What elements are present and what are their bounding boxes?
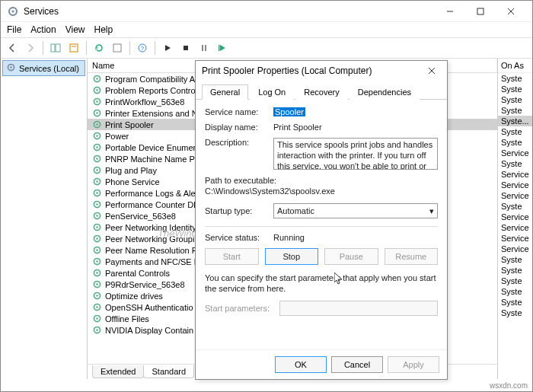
export-button[interactable] — [109, 40, 126, 56]
stop-service-button[interactable] — [177, 40, 194, 56]
service-name-label: Peer Networking Identity — [105, 223, 196, 232]
pause-service-button[interactable] — [196, 40, 212, 56]
maximize-button[interactable] — [465, 1, 496, 22]
label-description: Description: — [205, 138, 273, 147]
logon-cell: Syste — [498, 276, 532, 286]
service-name-label: PrintWorkflow_563e8 — [105, 97, 184, 107]
svg-rect-15 — [205, 45, 206, 51]
toolbar: ? — [1, 37, 532, 59]
start-service-button[interactable] — [159, 40, 176, 56]
svg-point-52 — [96, 260, 97, 262]
dialog-titlebar: Print Spooler Properties (Local Computer… — [196, 61, 447, 81]
label-status: Service status: — [205, 233, 273, 242]
service-name-label: Offline Files — [105, 314, 149, 323]
footer-url: wsxdn.com — [490, 381, 528, 390]
value-display-name: Print Spooler — [273, 123, 438, 132]
menu-action[interactable]: Action — [30, 24, 56, 35]
col-logonas[interactable]: On As — [498, 59, 532, 73]
value-status: Running — [273, 233, 438, 242]
menu-file[interactable]: File — [7, 24, 21, 35]
properties-button[interactable] — [65, 40, 82, 56]
service-name-label: Print Spooler — [105, 120, 154, 129]
svg-point-28 — [96, 123, 97, 125]
service-name-label: Payments and NFC/SE N — [105, 257, 200, 266]
forward-button[interactable] — [22, 40, 39, 56]
close-button[interactable] — [496, 1, 526, 22]
titlebar: Services — [1, 1, 532, 22]
svg-rect-3 — [477, 8, 484, 14]
tab-extended[interactable]: Extended — [92, 365, 144, 378]
svg-point-46 — [96, 226, 97, 228]
svg-rect-14 — [202, 45, 203, 51]
chevron-down-icon: ▾ — [429, 206, 434, 216]
services-app-icon — [7, 5, 19, 18]
svg-point-36 — [96, 169, 97, 171]
svg-point-20 — [96, 78, 97, 79]
service-name-label: Plug and Play — [105, 166, 157, 175]
start-button: Start — [205, 248, 259, 265]
service-name-label: Peer Name Resolution P — [105, 246, 197, 255]
svg-text:?: ? — [141, 45, 145, 52]
logon-cell: Syste — [498, 254, 532, 265]
service-name-label: Parental Controls — [105, 269, 170, 278]
svg-point-22 — [96, 89, 97, 91]
stop-button[interactable]: Stop — [265, 248, 319, 265]
service-name-label: Phone Service — [105, 177, 160, 186]
back-button[interactable] — [4, 40, 21, 56]
service-name-label: Program Compatibility A — [105, 75, 195, 84]
logon-cell: Service — [498, 180, 532, 190]
svg-point-64 — [96, 329, 97, 330]
label-display-name: Display name: — [205, 123, 273, 132]
service-name-label: P9RdrService_563e8 — [105, 280, 185, 289]
description-textbox[interactable]: This service spools print jobs and handl… — [273, 138, 438, 170]
svg-point-54 — [96, 272, 97, 273]
refresh-button[interactable] — [91, 40, 107, 56]
service-name-label: Performance Logs & Ale — [105, 189, 196, 198]
svg-point-48 — [96, 237, 97, 239]
gear-icon — [6, 62, 16, 74]
svg-point-26 — [96, 112, 97, 113]
tab-standard[interactable]: Standard — [143, 365, 194, 378]
ok-button[interactable]: OK — [275, 356, 327, 373]
menu-view[interactable]: View — [65, 24, 85, 35]
menu-help[interactable]: Help — [94, 24, 113, 35]
right-pane: On As SysteSysteSysteSysteSyste...SysteS… — [498, 59, 532, 379]
dialog-close-button[interactable] — [423, 62, 441, 80]
note-text: You can specify the start parameters tha… — [205, 272, 438, 295]
tab-logon[interactable]: Log On — [250, 84, 294, 100]
dialog-tabs: General Log On Recovery Dependencies — [196, 81, 447, 100]
cancel-button[interactable]: Cancel — [331, 356, 383, 373]
svg-rect-16 — [219, 45, 220, 51]
logon-cell: Syste — [498, 84, 532, 94]
value-service-name[interactable]: Spooler — [273, 107, 305, 116]
logon-cell: Syste — [498, 308, 532, 318]
startup-type-select[interactable]: Automatic ▾ — [273, 203, 438, 218]
logon-cell: Service — [498, 222, 532, 233]
logon-cell: Service — [498, 148, 532, 158]
menubar: File Action View Help — [1, 22, 532, 37]
dialog-footer: OK Cancel Apply — [196, 349, 447, 379]
tree-item-label: Services (Local) — [19, 64, 79, 73]
svg-rect-6 — [51, 44, 55, 52]
svg-rect-10 — [113, 44, 121, 52]
tab-recovery[interactable]: Recovery — [295, 84, 347, 100]
logon-cell: Syste — [498, 265, 532, 276]
tree-item-services-local[interactable]: Services (Local) — [2, 60, 85, 76]
apply-button: Apply — [388, 356, 439, 373]
help-button[interactable]: ? — [134, 40, 151, 56]
label-service-name: Service name: — [205, 107, 273, 116]
restart-service-button[interactable] — [214, 40, 231, 56]
left-pane: Services (Local) — [1, 59, 88, 379]
svg-rect-7 — [56, 44, 60, 52]
pause-button: Pause — [324, 248, 378, 265]
show-hide-tree-button[interactable] — [47, 40, 64, 56]
svg-point-40 — [96, 192, 97, 193]
service-name-label: Portable Device Enumer — [105, 143, 196, 152]
minimize-button[interactable] — [435, 1, 465, 22]
tab-general[interactable]: General — [202, 84, 248, 100]
tab-dependencies[interactable]: Dependencies — [349, 84, 420, 100]
logon-cell: Syste — [498, 105, 532, 116]
logon-list: SysteSysteSysteSysteSyste...SysteSysteSe… — [498, 73, 532, 318]
logon-cell: Syste — [498, 158, 532, 169]
svg-rect-8 — [70, 44, 78, 52]
